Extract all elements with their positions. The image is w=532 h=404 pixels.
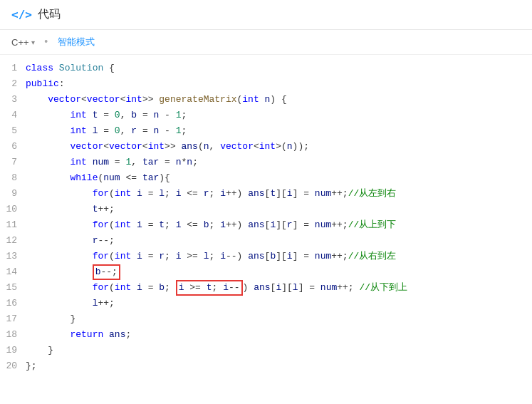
table-row: 10 t++;: [0, 202, 532, 217]
code-icon: </>: [11, 8, 32, 21]
table-row: 4 int t = 0, b = n - 1;: [0, 108, 532, 123]
table-row: 14 b--;: [0, 264, 532, 280]
table-row: 1 class Solution {: [0, 61, 532, 76]
separator-dot: •: [43, 36, 49, 48]
table-row: 15 for(int i = b; i >= t; i--) ans[i][l]…: [0, 280, 532, 296]
smart-mode-label: 智能模式: [58, 36, 95, 48]
table-row: 2 public:: [0, 76, 532, 92]
code-editor[interactable]: 1 class Solution { 2 public: 3 vector<ve…: [0, 55, 532, 395]
table-row: 19 }: [0, 343, 532, 358]
language-selector[interactable]: C++ ▾: [11, 37, 35, 48]
table-row: 8 while(num <= tar){: [0, 170, 532, 186]
table-row: 16 l++;: [0, 296, 532, 311]
table-row: 13 for(int i = r; i >= l; i--) ans[b][i]…: [0, 249, 532, 264]
toolbar: C++ ▾ • 智能模式: [0, 30, 532, 55]
highlight-box-15: i >= t; i--: [176, 280, 243, 296]
highlight-box-14: b--;: [93, 264, 120, 280]
language-label: C++: [11, 37, 29, 48]
table-row: 17 }: [0, 311, 532, 327]
table-row: 7 int num = 1, tar = n*n;: [0, 155, 532, 170]
header: </> 代码: [0, 0, 532, 30]
table-row: 9 for(int i = l; i <= r; i++) ans[t][i] …: [0, 186, 532, 202]
table-row: 20 };: [0, 358, 532, 374]
table-row: 6 vector<vector<int>> ans(n, vector<int>…: [0, 139, 532, 155]
table-row: 18 return ans;: [0, 327, 532, 343]
table-row: 12 r--;: [0, 233, 532, 249]
chevron-down-icon: ▾: [31, 38, 35, 46]
table-row: 5 int l = 0, r = n - 1;: [0, 123, 532, 139]
table-row: 11 for(int i = t; i <= b; i++) ans[i][r]…: [0, 217, 532, 233]
page-title: 代码: [38, 7, 61, 22]
table-row: 3 vector<vector<int>> generateMatrix(int…: [0, 92, 532, 108]
